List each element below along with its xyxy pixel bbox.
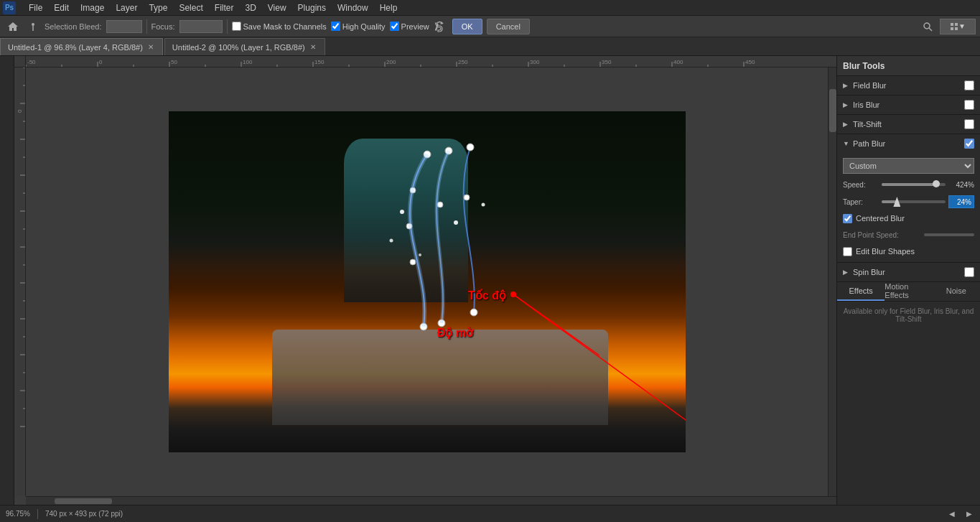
field-blur-checkbox[interactable] — [964, 80, 974, 90]
menu-filter[interactable]: Filter — [209, 1, 240, 14]
scrollbar-h-thumb[interactable] — [55, 498, 112, 504]
tilt-shift-row[interactable]: ▶ Tilt-Shift — [837, 115, 980, 134]
svg-point-73 — [464, 195, 470, 200]
centered-blur-row: Centered Blur — [837, 210, 980, 226]
ruler-vertical: 0 — [14, 67, 26, 496]
centered-blur-label[interactable]: Centered Blur — [856, 214, 905, 223]
menu-plugins[interactable]: Plugins — [292, 1, 332, 14]
svg-rect-6 — [951, 27, 953, 30]
ok-button[interactable]: OK — [452, 19, 482, 34]
menu-select[interactable]: Select — [173, 1, 208, 14]
selection-bleed-input[interactable] — [106, 20, 142, 33]
menu-image[interactable]: Image — [75, 1, 110, 14]
path-blur-content: Custom Speed: 424% Taper: — [837, 153, 980, 262]
menu-view[interactable]: View — [262, 1, 292, 14]
spin-blur-checkbox[interactable] — [964, 267, 974, 277]
taper-track[interactable] — [882, 200, 946, 203]
tab-2-close[interactable]: ✕ — [309, 43, 317, 52]
tab-motion-effects[interactable]: Motion Effects — [885, 282, 932, 301]
scrollbar-vertical[interactable] — [828, 67, 836, 496]
svg-text:0: 0 — [99, 59, 103, 65]
selection-bleed-label: Selection Bleed: — [45, 22, 102, 31]
svg-rect-5 — [955, 23, 958, 26]
svg-point-74 — [470, 309, 477, 316]
iris-blur-checkbox[interactable] — [964, 100, 974, 110]
svg-point-0 — [32, 23, 34, 26]
centered-blur-checkbox[interactable] — [843, 214, 852, 223]
menu-type[interactable]: Type — [143, 1, 173, 14]
menu-window[interactable]: Window — [332, 1, 374, 14]
taper-value[interactable]: 24% — [948, 195, 974, 208]
edit-blur-shapes-checkbox[interactable] — [843, 247, 852, 256]
search-icon[interactable] — [920, 19, 935, 34]
pin-button[interactable] — [26, 19, 40, 34]
spin-blur-row[interactable]: ▶ Spin Blur — [837, 263, 980, 281]
menu-file[interactable]: File — [23, 1, 48, 14]
tilt-shift-chevron: ▶ — [843, 121, 850, 128]
home-button[interactable] — [4, 18, 22, 35]
tab-1-close[interactable]: ✕ — [146, 43, 155, 52]
svg-text:-50: -50 — [27, 59, 36, 65]
focus-input[interactable] — [179, 20, 223, 33]
save-mask-checkbox[interactable] — [232, 22, 241, 31]
menu-help[interactable]: Help — [374, 1, 403, 14]
dropdown-row: Custom — [837, 156, 980, 176]
tab-effects[interactable]: Effects — [837, 282, 885, 301]
tab-untitled-2[interactable]: Untitled-2 @ 100% (Layer 1, RGB/8#) ✕ — [164, 38, 325, 55]
preview-checkbox[interactable] — [390, 22, 399, 31]
tab-motion-effects-label: Motion Effects — [885, 282, 932, 299]
spin-blur-chevron: ▶ — [843, 269, 850, 276]
status-next-button[interactable]: ▶ — [964, 509, 974, 519]
edit-blur-shapes-row: Edit Blur Shapes — [837, 243, 980, 259]
save-mask-checkbox-label[interactable]: Save Mask to Channels — [232, 22, 327, 31]
ps-logo: Ps — [3, 0, 20, 16]
endpoint-speed-slider[interactable] — [924, 233, 974, 236]
menu-3d[interactable]: 3D — [239, 1, 261, 14]
high-quality-checkbox[interactable] — [331, 22, 340, 31]
menu-layer[interactable]: Layer — [110, 1, 143, 14]
iris-blur-section: ▶ Iris Blur — [837, 95, 980, 115]
cancel-button[interactable]: Cancel — [487, 19, 530, 34]
speed-label: Speed: — [843, 181, 879, 189]
path-blur-checkbox[interactable] — [964, 139, 974, 149]
tabs-bar: Untitled-1 @ 96.8% (Layer 4, RGB/8#) ✕ U… — [0, 37, 980, 56]
tilt-shift-checkbox[interactable] — [964, 119, 974, 129]
svg-text:150: 150 — [314, 59, 325, 65]
effects-message: Available only for Field Blur, Iris Blur… — [844, 307, 974, 323]
svg-text:450: 450 — [745, 59, 755, 65]
status-divider-1 — [37, 509, 38, 519]
svg-text:50: 50 — [171, 59, 177, 65]
high-quality-checkbox-label[interactable]: High Quality — [331, 22, 386, 31]
scrollbar-horizontal[interactable] — [26, 496, 836, 505]
effects-content: Available only for Field Blur, Iris Blur… — [837, 302, 980, 505]
preview-checkbox-label[interactable]: Preview — [390, 22, 429, 31]
tab-noise-label: Noise — [946, 286, 966, 295]
field-blur-label: Field Blur — [853, 81, 964, 90]
speed-track[interactable] — [882, 183, 946, 186]
menubar: Ps File Edit Image Layer Type Select Fil… — [0, 0, 980, 16]
iris-blur-row[interactable]: ▶ Iris Blur — [837, 95, 980, 114]
status-prev-button[interactable]: ◀ — [947, 509, 957, 519]
path-blur-row[interactable]: ▼ Path Blur — [837, 134, 980, 153]
menu-edit[interactable]: Edit — [48, 1, 75, 14]
svg-point-72 — [467, 144, 474, 151]
preview-label: Preview — [401, 22, 429, 31]
blur-tools-header: Blur Tools — [837, 56, 980, 76]
canvas-viewport[interactable]: Tốc độ Độ mờ — [26, 67, 828, 496]
divider-1 — [146, 19, 147, 34]
taper-slider-row: Taper: 24% — [837, 193, 980, 210]
taper-label: Taper: — [843, 198, 879, 206]
field-blur-section: ▶ Field Blur — [837, 76, 980, 95]
field-blur-row[interactable]: ▶ Field Blur — [837, 76, 980, 95]
undo-button[interactable] — [434, 19, 448, 34]
scrollbar-v-thumb[interactable] — [829, 89, 836, 132]
tab-noise[interactable]: Noise — [933, 282, 980, 301]
path-blur-dropdown[interactable]: Custom — [843, 158, 974, 174]
edit-blur-shapes-label[interactable]: Edit Blur Shapes — [856, 247, 915, 256]
tab-untitled-1[interactable]: Untitled-1 @ 96.8% (Layer 4, RGB/8#) ✕ — [0, 38, 163, 55]
zoom-level: 96.75% — [6, 510, 30, 518]
toolbar: Selection Bleed: Focus: Save Mask to Cha… — [0, 16, 980, 37]
view-options[interactable]: ▼ — [940, 19, 976, 34]
canvas-image: Tốc độ Độ mờ — [169, 111, 686, 452]
speed-thumb[interactable] — [933, 180, 940, 187]
